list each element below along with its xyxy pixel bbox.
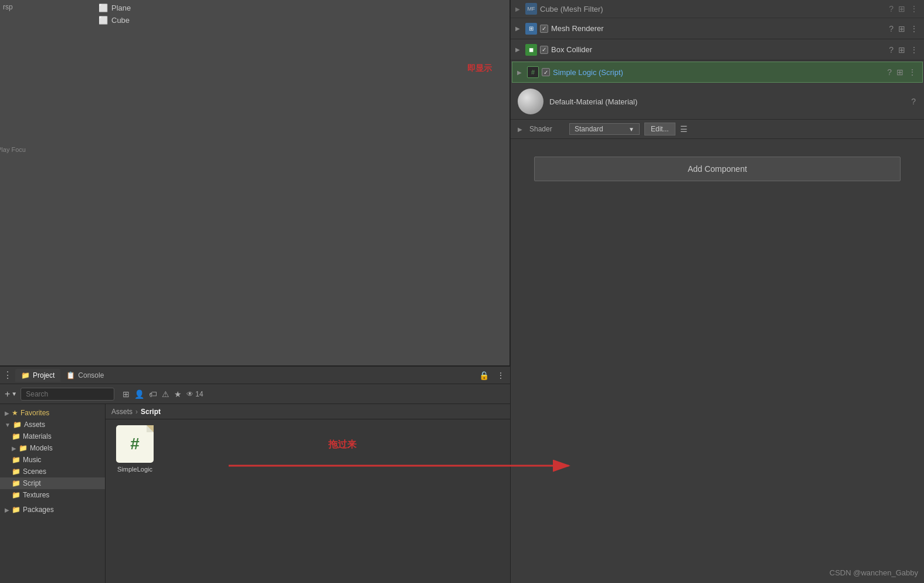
layout-icon[interactable]: ⊞ [123,389,130,399]
scene-objects-list: ⬜ Plane ⬜ Cube [94,0,135,28]
label-icon[interactable]: 🏷 [149,389,157,399]
more-options-icon[interactable]: ⋮ [494,370,507,381]
sidebar-item-scenes[interactable]: 📁 Scenes [0,466,105,477]
bottom-tabs-bar: ⋮ 📁 Project 📋 Console 🔒 ⋮ [0,367,510,384]
file-label-simple-logic: SimpleLogic [117,466,152,473]
cube-small-icon: ⬜ [98,16,108,25]
simple-logic-help-icon[interactable]: ? [886,66,893,78]
mesh-renderer-checkbox[interactable]: ✓ [540,25,548,33]
box-collider-settings-icon[interactable]: ⊞ [897,44,906,56]
mesh-renderer-icon: ⊞ [525,23,537,35]
box-collider-icon: ◼ [525,44,537,56]
console-tab-label: Console [78,371,104,379]
add-asset-button[interactable]: + ▼ [5,389,17,399]
eye-count: 14 [195,390,203,398]
simple-logic-expand[interactable]: ▶ [517,69,524,76]
tab-project[interactable]: 📁 Project [15,369,60,382]
dropdown-arrow-icon: ▼ [11,391,17,397]
shader-dropdown[interactable]: Standard ▼ [569,123,640,135]
mesh-renderer-menu-icon[interactable]: ⋮ [909,23,919,35]
scene-object-plane[interactable]: ⬜ Plane [94,2,135,14]
box-collider-menu-icon[interactable]: ⋮ [909,44,919,56]
star-filter-icon[interactable]: ★ [174,389,182,399]
plus-icon: + [5,389,10,399]
favorites-star-icon: ★ [12,409,18,417]
sidebar-item-music[interactable]: 📁 Music [0,454,105,466]
project-sidebar: ▶ ★ Favorites ▼ 📁 Assets 📁 Materials [0,404,106,583]
cube-mesh-filter-name: Cube (Mesh Filter) [540,5,885,13]
simple-logic-settings-icon[interactable]: ⊞ [895,66,905,78]
mesh-filter-menu-icon[interactable]: ⋮ [909,3,919,15]
music-folder-icon: 📁 [12,456,21,464]
cube-mesh-filter-row: ▶ MF Cube (Mesh Filter) ? ⊞ ⋮ [511,0,924,18]
simple-logic-menu-icon[interactable]: ⋮ [907,66,918,78]
material-help-icon[interactable]: ? [910,96,917,107]
plane-icon: ⬜ [98,4,108,12]
dropdown-chevron-icon: ▼ [629,126,634,133]
shader-list-icon[interactable]: ☰ [680,124,688,134]
panel-menu-icon[interactable]: ⋮ [3,370,12,381]
breadcrumb-assets[interactable]: Assets [111,408,133,416]
material-sphere-preview [518,89,543,114]
mesh-renderer-help-icon[interactable]: ? [888,23,895,35]
eye-count-badge[interactable]: 👁 14 [186,390,203,398]
sidebar-item-packages[interactable]: ▶ 📁 Packages [0,504,105,516]
box-collider-row: ▶ ◼ ✓ Box Collider ? ⊞ ⋮ [511,39,924,60]
immediate-annotation: 即显示 [467,63,492,74]
hierarchy-label: rsp [3,3,13,11]
breadcrumb: Assets › Script [106,404,510,419]
project-files-area: Assets › Script # SimpleLogic [106,404,510,583]
sidebar-item-assets-root[interactable]: ▼ 📁 Assets [0,419,105,431]
scene-area: rsp ⬜ Plane ⬜ Cube Play Focu 即显示 [0,0,510,583]
hash-icon: # [130,435,140,453]
project-content: ▶ ★ Favorites ▼ 📁 Assets 📁 Materials [0,404,510,583]
box-collider-help-icon[interactable]: ? [888,44,895,56]
file-item-simple-logic[interactable]: # SimpleLogic [111,425,158,473]
sidebar-item-models[interactable]: ▶ 📁 Models [0,442,105,454]
project-search-input[interactable] [21,388,114,401]
inspector-panel: ▶ MF Cube (Mesh Filter) ? ⊞ ⋮ ▶ ⊞ ✓ Mesh… [510,0,924,583]
scene-object-cube[interactable]: ⬜ Cube [94,14,135,26]
mesh-renderer-settings-icon[interactable]: ⊞ [897,23,906,35]
main-container: rsp ⬜ Plane ⬜ Cube Play Focu 即显示 [0,0,924,583]
tab-console[interactable]: 📋 Console [60,369,110,382]
sidebar-item-materials[interactable]: 📁 Materials [0,431,105,442]
sidebar-item-favorites[interactable]: ▶ ★ Favorites [0,407,105,419]
plane-label: Plane [111,4,131,12]
toolbar-icons: ⊞ 👤 🏷 ⚠ ★ 👁 14 [123,389,203,399]
sidebar-item-textures[interactable]: 📁 Textures [0,489,105,501]
scenes-label: Scenes [23,467,46,476]
sidebar-item-script[interactable]: 📁 Script [0,477,105,489]
scenes-folder-icon: 📁 [12,467,21,476]
mesh-filter-settings-icon[interactable]: ⊞ [897,3,906,15]
drag-annotation-label: 拖过来 [328,439,356,451]
shader-edit-button[interactable]: Edit... [644,123,675,135]
mesh-filter-help-icon[interactable]: ? [888,3,895,15]
breadcrumb-separator: › [135,408,138,416]
box-collider-expand[interactable]: ▶ [515,46,522,53]
assets-expand-icon: ▼ [5,422,11,428]
mesh-renderer-expand[interactable]: ▶ [515,25,522,32]
models-folder-icon: 📁 [19,444,28,452]
add-component-button[interactable]: Add Component [534,157,901,181]
shader-label: Shader [529,125,565,133]
lock-icon[interactable]: 🔒 [477,370,491,381]
bottom-tab-actions: 🔒 ⋮ [477,370,507,381]
add-component-container: Add Component [511,139,924,199]
expand-shader-icon[interactable]: ▶ [518,126,525,133]
csdn-watermark: CSDN @wanchen_Gabby [830,568,918,577]
shader-value: Standard [575,125,603,133]
models-expand-icon: ▶ [12,445,16,452]
mesh-expand-icon[interactable]: ▶ [515,6,522,12]
filter-person-icon[interactable]: 👤 [134,389,144,399]
script-folder-icon: 📁 [12,479,21,487]
console-tab-icon: 📋 [66,371,75,379]
simple-logic-checkbox[interactable]: ✓ [542,68,550,76]
assets-label: Assets [24,421,45,429]
material-row: Default-Material (Material) ? [511,84,924,120]
music-label: Music [23,456,41,464]
warning-icon[interactable]: ⚠ [162,389,169,399]
box-collider-checkbox[interactable]: ✓ [540,46,548,54]
materials-folder-icon: 📁 [12,432,21,440]
scene-viewport: rsp ⬜ Plane ⬜ Cube Play Focu 即显示 [0,0,510,366]
